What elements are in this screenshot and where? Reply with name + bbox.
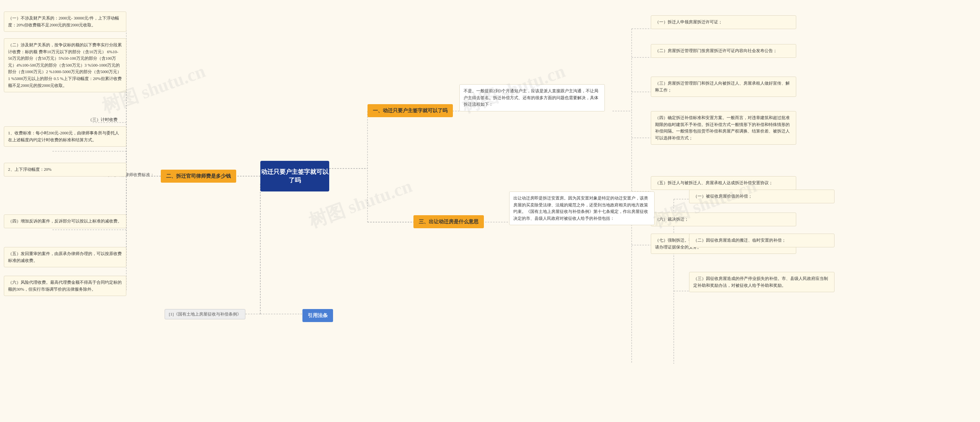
left-leaf-1: （一）不涉及财产关系的：2000元- 30000元/件，上下浮动幅度：20%但收…: [4, 11, 126, 32]
right-top-sub-3: （三）房屋拆迁管理部门和拆迁人向被拆迁人、房屋承租人做好宣传、解释工作；: [651, 77, 796, 97]
left-leaf-2: （二）涉及财产关系的，按争议标的额的以下费率实行分段累计收费：标的额 费率10万…: [4, 38, 126, 92]
left-mid-label: 二、拆迁官司律师费是多少钱: [166, 173, 231, 179]
right-top-sub-2: （二）房屋拆迁管理部门按房屋拆迁许可证内容向社会发布公告；: [651, 44, 796, 58]
right-top-sub-6: （六）裁决拆迁；: [651, 213, 796, 226]
right-bottom-sub-3: （三）因征收房屋造成的停产停业损失的补偿。市、县级人民政府应当制定补助和奖励办法…: [689, 272, 835, 292]
center-node: 动迁只要户主签字就可以了吗: [260, 161, 329, 191]
right-top-sub-4: （四）确定拆迁补偿标准和安置方案。一般而言，对违章建筑和超过批准期限的临时建筑不…: [651, 111, 796, 145]
right-bottom-mid-label: 三、出让动迁房是什么意思: [419, 219, 479, 224]
left-mid-node: 二、拆迁官司律师费是多少钱: [161, 170, 236, 183]
right-top-sub-5: （五）拆迁人与被拆迁人、房屋承租人达成拆迁补偿安置协议；: [651, 176, 796, 190]
right-bottom-sub-2: （二）因征收房屋造成的搬迁、临时安置的补偿；: [689, 234, 835, 247]
left-leaf-5: （五）发回重审的案件，由原承办律师办理的，可以按原收费标准的减收费。: [4, 247, 126, 267]
right-bottom-sub-1: （一）被征收房屋价值的补偿；: [689, 190, 835, 203]
right-bottom-mid-node: 三、出让动迁房是什么意思: [413, 215, 484, 228]
left-leaf-3-2: 2、上下浮动幅度：20%: [4, 163, 126, 177]
right-top-mid-label: 一、动迁只要户主签字就可以了吗: [373, 108, 448, 113]
right-bottom-leaf-text: 出让动迁房即是拆迁安置房。因为其安置对象是特定的动迁安置户，该类房屋的买卖除受法…: [509, 191, 655, 225]
center-node-label: 动迁只要户主签字就可以了吗: [260, 168, 329, 185]
ref-node: [1]《国有土地上房屋征收与补偿条例》: [165, 309, 245, 319]
left-leaf-3-title: （三）计时收费: [88, 117, 118, 123]
cite-node: 引用法条: [302, 309, 333, 322]
right-top-leaf-text: 不是。一般提前2到3个月通知户主，应该是派人直接跟户主沟通，不让局户主得去签名。…: [459, 84, 605, 111]
right-top-mid-node: 一、动迁只要户主签字就可以了吗: [368, 104, 453, 117]
left-leaf-3-1: 1、收费标准：每小时200元-2000元，由律师事务所与委托人在上述幅度内约定计…: [4, 126, 126, 147]
right-top-sub-1: （一）拆迁人申领房屋拆迁许可证；: [651, 15, 796, 29]
left-leaf-4: （四）增加反诉的案件，反诉部分可以按以上标准的减收费。: [4, 214, 126, 228]
left-leaf-6: （六）风险代理收费。最高代理费金额不得高于合同约定标的额的30%，但实行市场调节…: [4, 276, 126, 296]
